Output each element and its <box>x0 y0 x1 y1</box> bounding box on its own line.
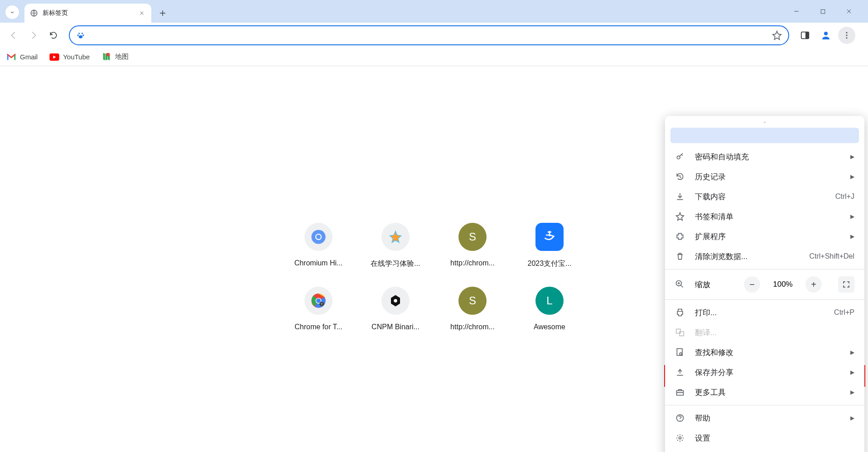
star-icon <box>675 212 685 221</box>
menu-label: 保存并分享 <box>695 367 840 378</box>
menu-label: 书签和清单 <box>695 212 840 222</box>
browser-tab[interactable]: 新标签页 <box>24 4 151 23</box>
svg-point-11 <box>846 34 847 36</box>
gmail-icon <box>6 52 16 62</box>
help-icon <box>675 413 685 423</box>
shortcut-tile[interactable]: S http://chrom... <box>434 287 511 331</box>
chevron-down-icon <box>9 9 15 15</box>
main-menu-button[interactable] <box>838 27 855 44</box>
reload-button[interactable] <box>45 27 62 43</box>
shortcut-label: CNPM Binari... <box>371 323 420 331</box>
key-icon <box>675 152 685 162</box>
panel-icon <box>800 30 810 40</box>
menu-item-translate: 翻译... <box>665 322 864 342</box>
menu-item-bookmarks[interactable]: 书签和清单 ▶ <box>665 207 864 226</box>
minimize-button[interactable] <box>787 5 805 18</box>
profile-button[interactable] <box>817 27 834 44</box>
trash-icon <box>675 251 685 261</box>
shortcut-tile[interactable]: CNPM Binari... <box>357 287 434 331</box>
menu-account-row[interactable] <box>670 128 859 143</box>
menu-item-downloads[interactable]: 下载内容 Ctrl+J <box>665 187 864 207</box>
search-page-icon <box>675 347 685 357</box>
window-controls <box>787 5 863 18</box>
menu-item-passwords[interactable]: 密码和自动填充 ▶ <box>665 147 864 167</box>
menu-label: 设置 <box>695 433 854 443</box>
shortcut-tile[interactable]: S http://chrom... <box>434 223 511 269</box>
zoom-label: 缩放 <box>695 279 734 290</box>
bookmark-gmail[interactable]: Gmail <box>6 52 38 62</box>
forward-button[interactable] <box>25 27 42 43</box>
menu-label: 密码和自动填充 <box>695 152 840 162</box>
svg-point-2 <box>78 33 80 34</box>
new-tab-button[interactable] <box>155 5 170 21</box>
menu-item-find[interactable]: 查找和修改 ▶ <box>665 342 864 362</box>
svg-point-24 <box>677 156 680 159</box>
dots-vertical-icon <box>842 31 851 40</box>
bookmark-label: 地图 <box>115 53 129 61</box>
menu-shortcut: Ctrl+Shift+Del <box>809 252 854 260</box>
chevron-up-icon <box>762 120 767 124</box>
menu-item-save-share[interactable]: 保存并分享 ▶ <box>665 362 864 382</box>
share-icon <box>675 367 685 377</box>
svg-point-14 <box>106 53 110 56</box>
tab-search-button[interactable] <box>5 5 19 19</box>
menu-item-clear-data[interactable]: 清除浏览数据... Ctrl+Shift+Del <box>665 246 864 266</box>
svg-point-4 <box>77 34 79 36</box>
menu-item-settings[interactable]: 设置 <box>665 428 864 448</box>
shortcut-label: 在线学习体验... <box>371 259 420 269</box>
zoom-out-button[interactable]: − <box>744 276 760 293</box>
globe-icon <box>30 9 38 17</box>
shortcut-tile[interactable]: Chromium Hi... <box>280 223 357 269</box>
titlebar: 新标签页 <box>0 0 868 23</box>
svg-point-3 <box>82 33 83 34</box>
bookmark-youtube[interactable]: YouTube <box>49 52 90 62</box>
chevron-right-icon: ▶ <box>850 233 854 240</box>
svg-point-9 <box>824 32 828 35</box>
toolbox-icon <box>675 387 685 397</box>
menu-item-extensions[interactable]: 扩展程序 ▶ <box>665 226 864 246</box>
menu-item-more-tools[interactable]: 更多工具 ▶ <box>665 382 864 402</box>
menu-collapse-button[interactable] <box>665 119 864 126</box>
menu-item-print[interactable]: 打印... Ctrl+P <box>665 303 864 322</box>
arrow-right-icon <box>29 30 39 40</box>
shortcut-tile[interactable]: 2023支付宝... <box>511 223 588 269</box>
fullscreen-icon <box>842 280 850 289</box>
arrow-left-icon <box>9 30 19 40</box>
zoom-icon <box>675 279 685 289</box>
star-icon <box>381 223 410 251</box>
address-bar[interactable] <box>69 25 789 45</box>
chevron-right-icon: ▶ <box>850 349 854 356</box>
plus-icon <box>159 9 167 17</box>
toolbar <box>0 23 868 48</box>
svg-point-10 <box>846 32 847 34</box>
svg-text:T: T <box>321 303 323 306</box>
fullscreen-button[interactable] <box>838 276 854 293</box>
menu-label: 下载内容 <box>695 192 825 202</box>
svg-point-12 <box>846 37 847 38</box>
bookmark-star-icon[interactable] <box>772 30 782 40</box>
svg-point-6 <box>79 35 82 38</box>
menu-item-exit[interactable]: 退出 <box>665 448 864 452</box>
menu-separator <box>665 269 864 269</box>
shortcut-tile[interactable]: L Awesome <box>511 287 588 331</box>
shortcut-tile[interactable]: T Chrome for T... <box>280 287 357 331</box>
alipay-icon <box>535 223 564 251</box>
side-panel-button[interactable] <box>796 27 814 44</box>
shortcut-tile[interactable]: 在线学习体验... <box>357 223 434 269</box>
url-input[interactable] <box>90 31 767 39</box>
close-window-button[interactable] <box>840 5 858 18</box>
hex-icon <box>381 287 410 315</box>
tab-close-button[interactable] <box>138 9 146 17</box>
letter-l-icon: L <box>535 287 564 315</box>
letter-s-icon: S <box>458 223 487 251</box>
print-icon <box>675 308 685 317</box>
back-button[interactable] <box>5 27 22 43</box>
zoom-in-button[interactable]: + <box>805 276 822 293</box>
svg-point-23 <box>394 299 397 303</box>
maximize-button[interactable] <box>814 5 832 18</box>
svg-point-17 <box>316 235 321 239</box>
menu-item-history[interactable]: 历史记录 ▶ <box>665 167 864 187</box>
bookmark-maps[interactable]: 地图 <box>101 52 129 62</box>
menu-item-help[interactable]: 帮助 ▶ <box>665 408 864 428</box>
letter-s-icon: S <box>458 287 487 315</box>
